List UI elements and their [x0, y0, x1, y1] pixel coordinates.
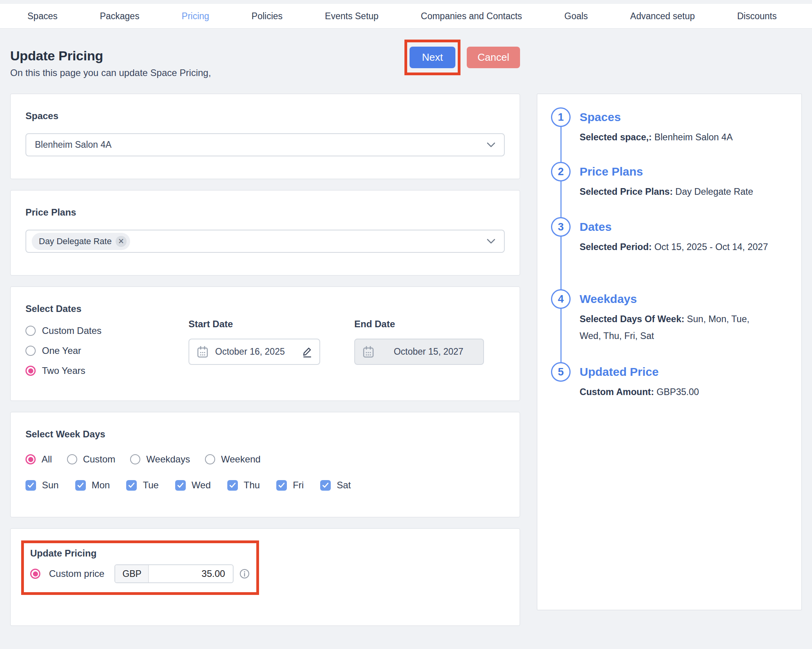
- radio-custom-price[interactable]: [30, 569, 40, 579]
- checkbox-checked-icon[interactable]: [175, 480, 186, 491]
- radio-two-years-label: Two Years: [42, 365, 85, 376]
- spaces-select[interactable]: Blenheim Salon 4A: [25, 133, 505, 156]
- chevron-down-icon: [487, 142, 495, 147]
- currency-prefix: GBP: [115, 565, 149, 582]
- checkbox-checked-icon[interactable]: [320, 480, 331, 491]
- step-number-badge: 1: [551, 107, 571, 127]
- spaces-card-title: Spaces: [25, 110, 505, 122]
- nav-tab-packages[interactable]: Packages: [100, 11, 140, 22]
- chevron-down-icon: [487, 239, 495, 244]
- checkbox-fri[interactable]: Fri: [276, 480, 304, 491]
- radio-icon-selected[interactable]: [25, 366, 36, 376]
- price-amount-value[interactable]: 35.00: [149, 565, 233, 582]
- start-date-input[interactable]: October 16, 2025: [188, 339, 320, 365]
- radio-icon[interactable]: [25, 346, 36, 356]
- radio-weekdays-label: Weekdays: [146, 454, 190, 465]
- radio-weekdays[interactable]: Weekdays: [130, 454, 190, 465]
- summary-step-weekdays: 4 Weekdays Selected Days Of Week: Sun, M…: [551, 289, 784, 344]
- checkbox-checked-icon[interactable]: [227, 480, 238, 491]
- checkbox-sat[interactable]: Sat: [320, 480, 351, 491]
- page-header: Update Pricing On this this page you can…: [10, 29, 520, 94]
- price-plans-select[interactable]: Day Delegate Rate ✕: [25, 230, 505, 253]
- price-plans-card: Price Plans Day Delegate Rate ✕: [10, 190, 520, 276]
- checkbox-fri-label: Fri: [293, 480, 304, 491]
- checkbox-mon[interactable]: Mon: [75, 480, 110, 491]
- cancel-button[interactable]: Cancel: [467, 47, 520, 68]
- checkbox-thu-label: Thu: [244, 480, 260, 491]
- step-detail: Selected Days Of Week: Sun, Mon, Tue, We…: [580, 311, 772, 344]
- checkbox-checked-icon[interactable]: [75, 480, 86, 491]
- summary-step-spaces: 1 Spaces Selected space,: Blenheim Salon…: [551, 107, 784, 146]
- select-week-days-card-title: Select Week Days: [25, 428, 505, 441]
- checkbox-checked-icon[interactable]: [276, 480, 287, 491]
- radio-custom-dates-label: Custom Dates: [42, 325, 102, 336]
- top-nav: Spaces Packages Pricing Policies Events …: [0, 4, 812, 29]
- custom-price-label: Custom price: [49, 568, 104, 579]
- radio-all-label: All: [42, 454, 52, 465]
- radio-custom-dates[interactable]: Custom Dates: [25, 325, 151, 336]
- select-week-days-card: Select Week Days All Custom Weekdays: [10, 412, 520, 517]
- nav-tab-policies[interactable]: Policies: [252, 11, 283, 22]
- edit-pencil-icon[interactable]: [302, 346, 312, 357]
- step-title-updated-price[interactable]: Updated Price: [580, 362, 772, 382]
- update-pricing-title: Update Pricing: [30, 547, 250, 560]
- radio-icon[interactable]: [67, 454, 77, 464]
- step-number-badge: 2: [551, 162, 571, 181]
- step-detail: Selected Period: Oct 15, 2025 - Oct 14, …: [580, 239, 772, 256]
- nav-tab-discounts[interactable]: Discounts: [737, 11, 777, 22]
- radio-weekend-label: Weekend: [221, 454, 261, 465]
- radio-two-years[interactable]: Two Years: [25, 365, 151, 376]
- next-button[interactable]: Next: [410, 47, 455, 68]
- step-title-spaces[interactable]: Spaces: [580, 107, 772, 127]
- select-dates-card-title: Select Dates: [25, 303, 505, 315]
- checkbox-tue-label: Tue: [143, 480, 158, 491]
- summary-panel: 1 Spaces Selected space,: Blenheim Salon…: [537, 94, 802, 610]
- checkbox-sun-label: Sun: [42, 480, 59, 491]
- checkbox-sat-label: Sat: [337, 480, 351, 491]
- nav-tab-events-setup[interactable]: Events Setup: [325, 11, 379, 22]
- checkbox-checked-icon[interactable]: [126, 480, 137, 491]
- calendar-icon: [363, 346, 374, 358]
- nav-tab-pricing[interactable]: Pricing: [182, 11, 209, 22]
- nav-tab-companies-and-contacts[interactable]: Companies and Contacts: [421, 11, 522, 22]
- start-date-label: Start Date: [188, 318, 320, 330]
- checkbox-tue[interactable]: Tue: [126, 480, 158, 491]
- checkbox-wed-label: Wed: [192, 480, 211, 491]
- radio-icon[interactable]: [130, 454, 140, 464]
- update-pricing-highlight-box: Update Pricing Custom price GBP 35.00: [21, 540, 259, 595]
- radio-custom[interactable]: Custom: [67, 454, 116, 465]
- step-title-dates[interactable]: Dates: [580, 217, 772, 237]
- radio-all[interactable]: All: [25, 454, 52, 465]
- nav-tab-goals[interactable]: Goals: [564, 11, 588, 22]
- summary-step-price-plans: 2 Price Plans Selected Price Plans: Day …: [551, 162, 784, 200]
- summary-step-updated-price: 5 Updated Price Custom Amount: GBP35.00: [551, 362, 784, 401]
- next-button-highlight-box: Next: [404, 40, 460, 75]
- custom-price-input[interactable]: GBP 35.00: [114, 564, 234, 583]
- checkbox-sun[interactable]: Sun: [25, 480, 59, 491]
- radio-one-year[interactable]: One Year: [25, 345, 151, 356]
- nav-tab-advanced-setup[interactable]: Advanced setup: [630, 11, 695, 22]
- nav-tab-spaces[interactable]: Spaces: [27, 11, 58, 22]
- checkbox-mon-label: Mon: [92, 480, 110, 491]
- checkbox-wed[interactable]: Wed: [175, 480, 211, 491]
- step-detail: Selected space,: Blenheim Salon 4A: [580, 129, 772, 146]
- radio-icon[interactable]: [25, 326, 36, 336]
- summary-step-dates: 3 Dates Selected Period: Oct 15, 2025 - …: [551, 217, 784, 256]
- step-number-badge: 5: [551, 362, 571, 382]
- calendar-icon: [197, 346, 208, 358]
- radio-icon[interactable]: [205, 454, 215, 464]
- radio-custom-label: Custom: [83, 454, 116, 465]
- info-icon[interactable]: [239, 569, 250, 579]
- radio-one-year-label: One Year: [42, 345, 81, 356]
- price-plan-tag-label: Day Delegate Rate: [39, 236, 112, 247]
- checkbox-checked-icon[interactable]: [25, 480, 36, 491]
- update-pricing-card: Update Pricing Custom price GBP 35.00: [10, 528, 520, 626]
- step-detail: Custom Amount: GBP35.00: [580, 384, 772, 401]
- radio-icon-selected[interactable]: [25, 454, 36, 464]
- step-title-weekdays[interactable]: Weekdays: [580, 289, 772, 309]
- radio-weekend[interactable]: Weekend: [205, 454, 261, 465]
- price-plans-card-title: Price Plans: [25, 206, 505, 219]
- step-title-price-plans[interactable]: Price Plans: [580, 162, 772, 181]
- checkbox-thu[interactable]: Thu: [227, 480, 260, 491]
- remove-tag-icon[interactable]: ✕: [116, 236, 127, 247]
